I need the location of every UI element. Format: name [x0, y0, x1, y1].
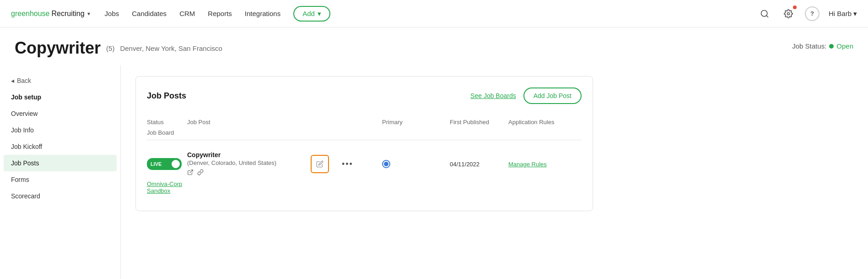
col-more [342, 119, 378, 126]
nav-link-reports[interactable]: Reports [208, 10, 232, 17]
job-board-cell: Omniva-Corp Sandbox [147, 181, 183, 194]
col-job-board: Job Board [147, 129, 183, 136]
svg-line-3 [190, 170, 193, 173]
manage-rules-cell: Manage Rules [508, 160, 582, 168]
primary-radio[interactable] [382, 160, 390, 168]
back-link[interactable]: ◂ Back [0, 72, 120, 89]
search-button[interactable] [757, 6, 772, 21]
radio-inner [384, 162, 388, 166]
job-count: (5) [106, 44, 114, 52]
edit-job-post-button[interactable] [311, 155, 329, 173]
nav-logo[interactable]: greenhouse Recruiting ▾ [11, 10, 90, 18]
page-header: Copywriter (5) Denver, New York, San Fra… [0, 27, 868, 65]
link-icon[interactable] [197, 169, 204, 177]
nav-link-crm[interactable]: CRM [179, 10, 195, 17]
job-status: Job Status: Open [792, 42, 853, 50]
logo-dark-text: Recruiting [52, 10, 85, 18]
user-chevron-icon: ▾ [853, 10, 857, 18]
live-badge: LIVE [147, 158, 165, 170]
sidebar-item-forms[interactable]: Forms [0, 171, 120, 188]
user-menu-button[interactable]: Hi Barb ▾ [829, 10, 857, 18]
more-btn-cell: ••• [342, 159, 378, 169]
table-header: Status Job Post Primary First Published … [147, 115, 582, 140]
add-chevron-icon: ▾ [318, 10, 321, 18]
top-nav: greenhouse Recruiting ▾ Jobs Candidates … [0, 0, 868, 27]
job-post-location: (Denver, Colorado, United States) [187, 159, 307, 166]
sidebar-item-overview[interactable]: Overview [0, 105, 120, 122]
toggle-thumb [172, 160, 180, 168]
job-status-value: Open [836, 42, 853, 50]
add-button[interactable]: Add ▾ [293, 6, 330, 22]
col-application-rules: Application Rules [508, 119, 582, 126]
col-status: Status [147, 119, 183, 126]
edit-btn-cell [311, 155, 338, 173]
col-first-published: First Published [450, 119, 505, 126]
job-posts-panel: Job Posts See Job Boards Add Job Post St… [135, 76, 593, 211]
table-row: LIVE Copywriter (Denver, Colorado, Unite… [147, 146, 582, 200]
user-greeting: Hi Barb [829, 10, 852, 17]
back-arrow-icon: ◂ [11, 77, 14, 84]
job-board-link-2[interactable]: Sandbox [147, 187, 170, 194]
add-job-post-button[interactable]: Add Job Post [523, 88, 582, 104]
page-title: Copywriter [15, 38, 101, 58]
main-layout: ◂ Back Job setup Overview Job Info Job K… [0, 65, 868, 279]
svg-point-2 [787, 12, 789, 15]
sidebar-section-title: Job setup [0, 89, 120, 105]
primary-cell [382, 160, 446, 168]
help-button[interactable]: ? [805, 6, 819, 21]
sidebar-item-job-posts[interactable]: Job Posts [4, 155, 117, 171]
col-edit [311, 119, 338, 126]
sidebar-item-job-info[interactable]: Job Info [0, 122, 120, 138]
nav-links: Jobs Candidates CRM Reports Integrations… [105, 6, 757, 22]
logo-green-text: greenhouse [11, 10, 50, 18]
svg-line-1 [766, 15, 768, 17]
nav-right: ? Hi Barb ▾ [757, 6, 857, 21]
manage-rules-button[interactable]: Manage Rules [508, 161, 547, 168]
job-post-title: Copywriter [187, 151, 307, 159]
notification-dot [793, 5, 797, 9]
pencil-icon [316, 160, 323, 168]
more-options-button[interactable]: ••• [342, 159, 353, 169]
status-cell: LIVE [147, 158, 183, 170]
logo-chevron-icon: ▾ [87, 11, 90, 17]
sidebar: ◂ Back Job setup Overview Job Info Job K… [0, 65, 121, 279]
back-label: Back [17, 77, 31, 84]
nav-link-candidates[interactable]: Candidates [132, 10, 167, 17]
content-area: Job Posts See Job Boards Add Job Post St… [121, 65, 868, 279]
job-locations: Denver, New York, San Francisco [120, 44, 222, 52]
settings-wrapper [781, 6, 796, 21]
panel-title: Job Posts [147, 91, 186, 101]
external-link-icon[interactable] [187, 169, 194, 177]
see-job-boards-button[interactable]: See Job Boards [470, 92, 516, 99]
sidebar-item-scorecard[interactable]: Scorecard [0, 188, 120, 204]
panel-header: Job Posts See Job Boards Add Job Post [147, 88, 582, 104]
sidebar-item-job-kickoff[interactable]: Job Kickoff [0, 138, 120, 155]
nav-link-jobs[interactable]: Jobs [105, 10, 119, 17]
job-post-icon-row [187, 169, 307, 177]
job-status-label: Job Status: [792, 42, 826, 50]
job-board-link-1[interactable]: Omniva-Corp [147, 181, 182, 187]
col-job-post: Job Post [187, 119, 307, 126]
job-post-info-cell: Copywriter (Denver, Colorado, United Sta… [187, 151, 307, 177]
page-title-area: Copywriter (5) Denver, New York, San Fra… [15, 38, 222, 58]
nav-link-integrations[interactable]: Integrations [245, 10, 280, 17]
live-toggle[interactable] [165, 158, 182, 170]
panel-actions: See Job Boards Add Job Post [470, 88, 582, 104]
status-open-dot [829, 44, 834, 49]
col-primary: Primary [382, 119, 446, 126]
first-published-cell: 04/11/2022 [450, 161, 505, 168]
